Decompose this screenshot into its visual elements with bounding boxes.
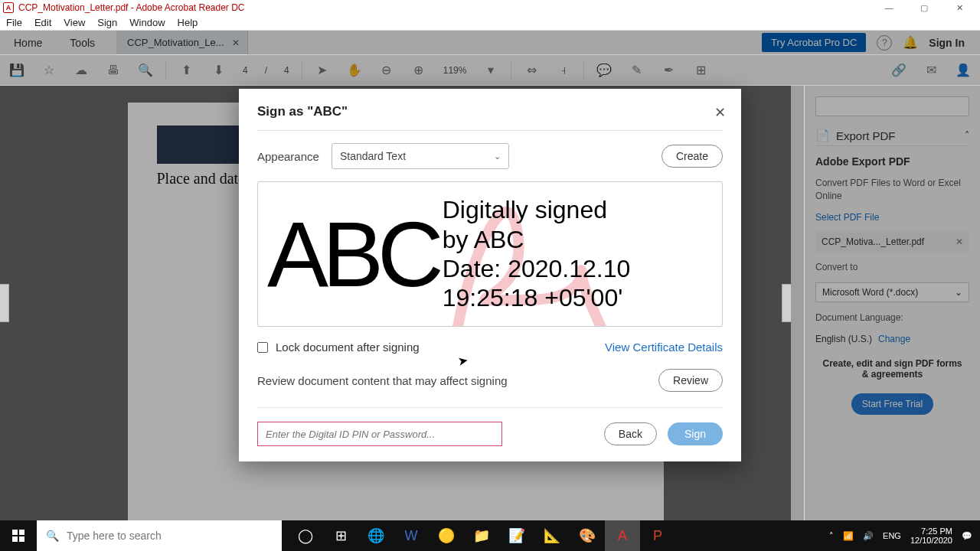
hand-icon[interactable]: ✋ xyxy=(347,63,362,78)
close-tab-icon[interactable]: ✕ xyxy=(232,37,240,48)
tray-network-icon[interactable]: 📶 xyxy=(843,531,854,541)
export-pdf-icon: 📄 xyxy=(815,129,830,142)
create-appearance-button[interactable]: Create xyxy=(662,145,723,168)
pointer-icon[interactable]: ➤ xyxy=(315,63,330,78)
star-icon[interactable]: ☆ xyxy=(41,63,57,78)
pin-input[interactable] xyxy=(257,422,502,446)
tray-time: 7:25 PM xyxy=(910,527,952,536)
collapse-rightpane-handle[interactable] xyxy=(782,284,791,322)
cortana-icon[interactable]: ⊞ xyxy=(323,520,358,551)
mail-icon[interactable]: ✉ xyxy=(923,63,939,78)
window-minimize[interactable]: — xyxy=(871,0,906,15)
document-tab-label: CCP_Motivation_Le... xyxy=(127,37,224,48)
chevron-down-icon: ⌄ xyxy=(955,287,962,298)
sign-icon[interactable]: ✒ xyxy=(661,63,676,78)
comment-icon[interactable]: 💬 xyxy=(596,63,612,78)
sign-dialog: ✕ Sign as "ABC" Appearance Standard Text… xyxy=(239,89,741,461)
powerpoint-icon[interactable]: P xyxy=(640,520,675,551)
menu-file[interactable]: File xyxy=(6,17,22,28)
tray-volume-icon[interactable]: 🔊 xyxy=(863,531,874,541)
acrobat-icon[interactable]: A xyxy=(605,520,640,551)
tray-date: 12/10/2020 xyxy=(910,536,952,545)
taskbar-search[interactable]: 🔍 Type here to search xyxy=(37,520,282,551)
page-current[interactable]: 4 xyxy=(243,65,248,76)
try-acrobat-button[interactable]: Try Acrobat Pro DC xyxy=(762,33,866,52)
window-title: CCP_Motivation_Letter.pdf - Adobe Acroba… xyxy=(18,2,245,13)
window-title-bar: A CCP_Motivation_Letter.pdf - Adobe Acro… xyxy=(0,0,980,15)
help-icon[interactable]: ? xyxy=(877,35,892,51)
change-language-link[interactable]: Change xyxy=(878,334,910,344)
app-icon: A xyxy=(3,2,14,13)
chevron-down-icon[interactable]: ▾ xyxy=(483,63,498,78)
selected-file[interactable]: CCP_Motiva..._Letter.pdf ✕ xyxy=(815,232,969,252)
export-subtitle: Convert PDF Files to Word or Excel Onlin… xyxy=(815,177,969,203)
save-icon[interactable]: 💾 xyxy=(9,63,24,78)
remove-file-icon[interactable]: ✕ xyxy=(956,236,963,247)
zoom-out-icon[interactable]: ⊖ xyxy=(379,63,394,78)
tab-tools[interactable]: Tools xyxy=(56,31,109,55)
notepadpp-icon[interactable]: 📝 xyxy=(499,520,534,551)
document-tab[interactable]: CCP_Motivation_Le... ✕ xyxy=(116,31,247,55)
attach-icon[interactable]: 🔗 xyxy=(891,63,906,78)
windows-taskbar: 🔍 Type here to search ◯ ⊞ 🌐 W 🟡 📁 📝 📐 🎨 … xyxy=(0,520,980,551)
stamp-icon[interactable]: ⊞ xyxy=(693,63,708,78)
menu-sign[interactable]: Sign xyxy=(97,17,117,28)
print-icon[interactable]: 🖶 xyxy=(106,63,121,78)
menu-window[interactable]: Window xyxy=(129,17,165,28)
reflow-icon[interactable]: ⫞ xyxy=(556,63,571,78)
back-button[interactable]: Back xyxy=(604,422,657,445)
export-pdf-section[interactable]: 📄 Export PDF ˄ xyxy=(815,126,969,146)
sign-in-link[interactable]: Sign In xyxy=(929,37,965,49)
menu-view[interactable]: View xyxy=(64,17,85,28)
review-button[interactable]: Review xyxy=(658,369,723,392)
sign-button[interactable]: Sign xyxy=(668,422,723,445)
zoom-level[interactable]: 119% xyxy=(443,65,467,76)
select-pdf-file-link[interactable]: Select PDF File xyxy=(815,212,969,223)
window-maximize[interactable]: ▢ xyxy=(906,0,942,15)
lock-document-checkbox[interactable] xyxy=(257,342,268,353)
vertical-scrollbar[interactable] xyxy=(791,86,804,520)
page-down-icon[interactable]: ⬇ xyxy=(211,63,226,78)
view-certificate-link[interactable]: View Certificate Details xyxy=(605,341,723,354)
taskbar-apps: ◯ ⊞ 🌐 W 🟡 📁 📝 📐 🎨 A P xyxy=(288,520,675,551)
zoom-in-icon[interactable]: ⊕ xyxy=(411,63,426,78)
expand-nav-handle[interactable] xyxy=(0,284,9,322)
menu-help[interactable]: Help xyxy=(178,17,198,28)
dialog-close-icon[interactable]: ✕ xyxy=(714,104,726,121)
appearance-label: Appearance xyxy=(257,150,319,163)
edge-icon[interactable]: 🌐 xyxy=(358,520,394,551)
menu-edit[interactable]: Edit xyxy=(34,17,51,28)
highlight-icon[interactable]: ✎ xyxy=(629,63,644,78)
matlab-icon[interactable]: 📐 xyxy=(534,520,570,551)
menu-bar: File Edit View Sign Window Help xyxy=(0,15,980,31)
tools-search-input[interactable] xyxy=(815,96,969,116)
system-tray[interactable]: ˄ 📶 🔊 ENG 7:25 PM 12/10/2020 💬 xyxy=(829,527,980,545)
lock-document-label: Lock document after signing xyxy=(276,341,420,354)
sig-line-3: Date: 2020.12.10 xyxy=(443,254,631,283)
tray-language[interactable]: ENG xyxy=(883,531,901,540)
notifications-icon[interactable]: 🔔 xyxy=(903,35,918,51)
search-placeholder: Type here to search xyxy=(67,530,162,542)
fit-width-icon[interactable]: ⇔ xyxy=(524,63,539,78)
divider xyxy=(257,407,723,408)
search-icon: 🔍 xyxy=(46,530,59,542)
tray-chevron-icon[interactable]: ˄ xyxy=(829,531,834,541)
paint-icon[interactable]: 🎨 xyxy=(570,520,605,551)
tabs-row: Home Tools CCP_Motivation_Le... ✕ Try Ac… xyxy=(0,31,980,55)
convert-format-select[interactable]: Microsoft Word (*.docx) ⌄ xyxy=(815,282,969,302)
tray-notifications-icon[interactable]: 💬 xyxy=(962,531,972,541)
page-up-icon[interactable]: ⬆ xyxy=(178,63,194,78)
window-close[interactable]: ✕ xyxy=(942,0,977,15)
start-button[interactable] xyxy=(0,530,37,542)
user-icon[interactable]: 👤 xyxy=(956,63,971,78)
toolbar: 💾 ☆ ☁ 🖶 🔍 ⬆ ⬇ 4 / 4 ➤ ✋ ⊖ ⊕ 119% ▾ ⇔ ⫞ 💬… xyxy=(0,55,980,86)
word-icon[interactable]: W xyxy=(394,520,429,551)
explorer-icon[interactable]: 📁 xyxy=(464,520,499,551)
task-view-icon[interactable]: ◯ xyxy=(288,520,323,551)
start-free-trial-button[interactable]: Start Free Trial xyxy=(851,393,933,415)
chrome-icon[interactable]: 🟡 xyxy=(429,520,464,551)
tab-home[interactable]: Home xyxy=(0,31,56,55)
search-icon[interactable]: 🔍 xyxy=(138,63,153,78)
cloud-upload-icon[interactable]: ☁ xyxy=(74,63,89,78)
appearance-select[interactable]: Standard Text ⌄ xyxy=(332,143,509,169)
